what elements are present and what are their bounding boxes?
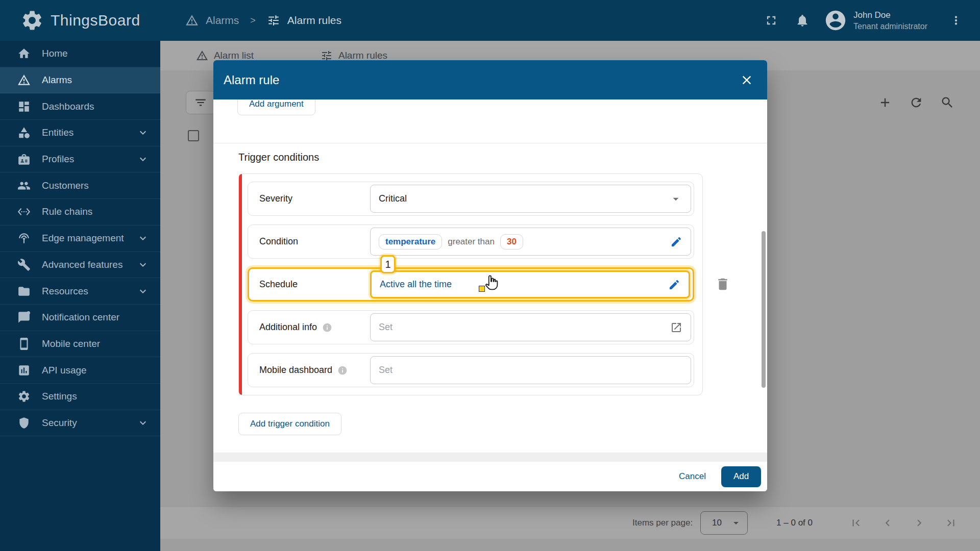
entities-icon [17, 126, 31, 139]
chevron-down-icon [137, 285, 149, 297]
cursor-pointer-icon [482, 274, 500, 293]
sidebar-item-entities[interactable]: Entities [0, 120, 160, 146]
sidebar-item-label: Alarms [42, 74, 72, 86]
additional-info-label-text: Additional info [259, 322, 317, 333]
add-argument-button[interactable]: Add argument [237, 99, 315, 115]
thingsboard-app: ThingsBoard Alarms > Alarm rules John Do… [0, 0, 980, 551]
home-icon [17, 47, 31, 60]
mobile-dashboard-row: Mobile dashboard Set [248, 353, 694, 387]
dialog-footer: Cancel Add [213, 462, 767, 491]
app-title: ThingsBoard [51, 12, 140, 29]
condition-argument-chip: temperature [379, 234, 442, 249]
add-button[interactable]: Add [721, 466, 761, 487]
sidebar-item-notification-center[interactable]: Notification center [0, 305, 160, 331]
schedule-label: Schedule [259, 279, 370, 290]
profiles-icon [17, 153, 31, 166]
sidebar-item-mobile-center[interactable]: Mobile center [0, 331, 160, 358]
breadcrumb-section[interactable]: Alarms [206, 14, 239, 27]
sidebar-item-home[interactable]: Home [0, 41, 160, 67]
sidebar-item-security[interactable]: Security [0, 410, 160, 437]
condition-value-chip: 30 [500, 234, 523, 249]
severity-row: Severity Critical [248, 182, 694, 216]
dialog-header: Alarm rule [213, 60, 767, 99]
sidebar-item-label: Rule chains [42, 206, 92, 217]
chevron-down-icon [137, 417, 149, 429]
delete-trigger-trash-icon[interactable] [715, 277, 730, 292]
mobile-dashboard-label: Mobile dashboard [259, 365, 370, 375]
more-menu-icon[interactable] [949, 14, 963, 27]
dialog-footer-gap [213, 453, 767, 462]
alarm-rule-dialog: Alarm rule Add argument Trigger conditio… [213, 60, 767, 491]
additional-info-placeholder: Set [379, 322, 393, 333]
user-info[interactable]: John Doe Tenant administrator [853, 9, 941, 32]
sidebar-item-label: Security [42, 417, 77, 429]
fullscreen-icon[interactable] [764, 13, 778, 28]
additional-info-field[interactable]: Set [370, 313, 691, 341]
add-trigger-condition-button[interactable]: Add trigger condition [238, 413, 341, 435]
sidebar-item-label: Edge management [42, 233, 124, 244]
sidebar-item-customers[interactable]: Customers [0, 172, 160, 199]
condition-operator: greater than [448, 237, 495, 247]
notification-icon [17, 311, 31, 324]
edit-pencil-icon[interactable] [670, 236, 682, 248]
edge-antenna-icon [17, 232, 31, 245]
sidebar-item-label: API usage [42, 365, 87, 376]
breadcrumb: Alarms > Alarm rules [185, 0, 341, 41]
edit-pencil-icon[interactable] [668, 279, 680, 291]
avatar[interactable] [824, 9, 847, 32]
dropdown-arrow-icon [669, 192, 682, 206]
user-name: John Doe [853, 9, 941, 21]
folder-icon [17, 285, 31, 298]
sidebar-item-edge-management[interactable]: Edge management [0, 226, 160, 252]
sidebar-item-label: Customers [42, 180, 89, 191]
breadcrumb-separator: > [250, 15, 256, 26]
sidebar-item-api-usage[interactable]: API usage [0, 357, 160, 384]
severity-label: Severity [259, 193, 370, 204]
sidebar-item-label: Settings [42, 391, 77, 402]
notifications-bell-icon[interactable] [795, 13, 810, 28]
schedule-value: Active all the time [380, 279, 452, 290]
rule-chains-icon [17, 205, 31, 218]
severity-select[interactable]: Critical [370, 185, 691, 213]
sidebar: Home Alarms Dashboards Entities Profiles… [0, 41, 160, 551]
breadcrumb-page: Alarm rules [287, 14, 341, 27]
sidebar-item-label: Home [42, 48, 68, 59]
chevron-down-icon [137, 232, 149, 244]
schedule-field[interactable]: Active all the time [370, 270, 690, 298]
mobile-icon [17, 337, 31, 350]
sidebar-item-label: Mobile center [42, 338, 100, 349]
close-icon[interactable] [740, 73, 754, 87]
dialog-body: Add argument Trigger conditions Severity… [213, 99, 767, 453]
condition-label: Condition [259, 236, 370, 247]
severity-value: Critical [379, 193, 407, 204]
mobile-dashboard-field[interactable]: Set [370, 356, 691, 384]
sidebar-item-advanced-features[interactable]: Advanced features [0, 252, 160, 279]
sidebar-item-dashboards[interactable]: Dashboards [0, 93, 160, 120]
sidebar-item-label: Entities [42, 127, 74, 138]
chevron-down-icon [137, 153, 149, 165]
chevron-down-icon [137, 127, 149, 139]
sidebar-item-profiles[interactable]: Profiles [0, 146, 160, 173]
sidebar-item-alarms[interactable]: Alarms [0, 67, 160, 94]
tools-icon [17, 258, 31, 271]
sidebar-item-label: Resources [42, 286, 88, 297]
shield-icon [17, 416, 31, 430]
app-logo[interactable]: ThingsBoard [20, 0, 140, 41]
additional-info-label: Additional info [259, 322, 370, 333]
topbar-actions: John Doe Tenant administrator [764, 0, 963, 41]
sidebar-item-resources[interactable]: Resources [0, 278, 160, 305]
condition-field[interactable]: temperature greater than 30 [370, 228, 691, 256]
cancel-button[interactable]: Cancel [669, 466, 716, 487]
user-role: Tenant administrator [853, 21, 941, 32]
sidebar-item-rule-chains[interactable]: Rule chains [0, 199, 160, 226]
warning-icon [185, 14, 199, 27]
sidebar-item-label: Profiles [42, 154, 74, 165]
condition-row: Condition temperature greater than 30 [248, 224, 694, 259]
sidebar-item-settings[interactable]: Settings [0, 384, 160, 410]
logo-gear-icon [20, 9, 44, 32]
open-in-new-icon[interactable] [670, 321, 682, 334]
chart-icon [17, 364, 31, 377]
dialog-scrollbar[interactable] [762, 231, 766, 388]
top-bar: ThingsBoard Alarms > Alarm rules John Do… [0, 0, 980, 41]
mobile-dashboard-placeholder: Set [379, 365, 393, 375]
